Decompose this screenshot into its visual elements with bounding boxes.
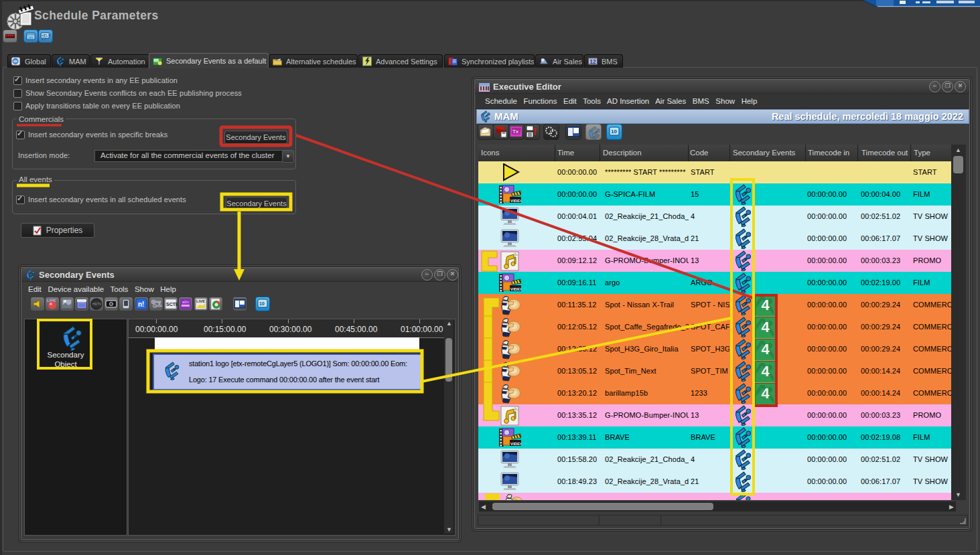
svg-text:12: 12 (589, 58, 596, 65)
svg-text:HELP: HELP (42, 33, 51, 37)
svg-text:SCTE: SCTE (166, 302, 178, 307)
svg-text:10: 10 (611, 129, 617, 135)
svg-text:LIVE: LIVE (196, 299, 205, 303)
svg-text:n!: n! (138, 301, 144, 308)
svg-text:10: 10 (259, 301, 265, 306)
svg-text:a0n: a0n (182, 300, 189, 304)
svg-text:Tx: Tx (512, 129, 518, 135)
svg-text:HDTV: HDTV (92, 302, 102, 306)
